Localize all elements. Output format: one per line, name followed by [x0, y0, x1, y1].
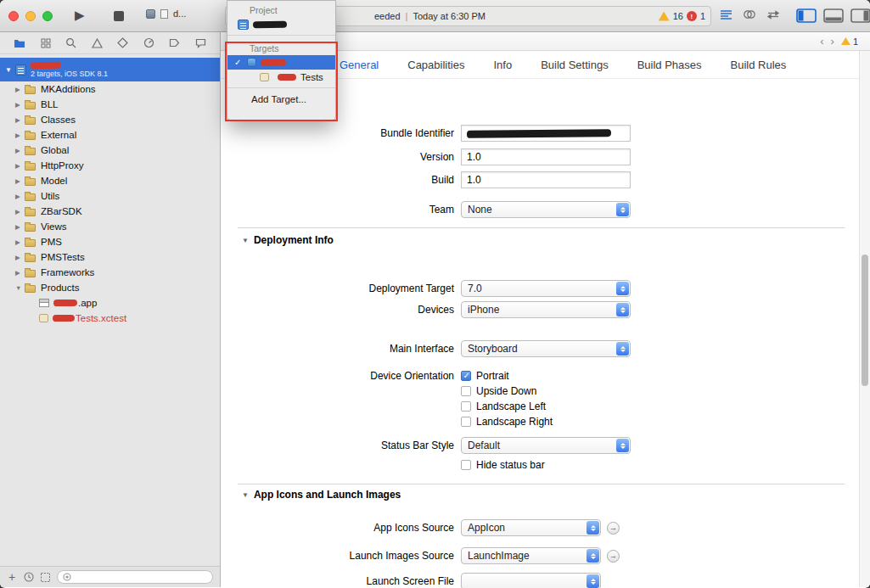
search-navigator-icon[interactable] — [65, 37, 76, 48]
sidebar-item-products[interactable]: ▼Products — [0, 280, 220, 295]
app-icons-header[interactable]: ▼ App Icons and Launch Images — [242, 489, 401, 501]
sidebar-item-zbarsdk[interactable]: ▶ZBarSDK — [0, 204, 220, 219]
sidebar-item-model[interactable]: ▶Model — [0, 173, 220, 188]
scrollbar-track[interactable] — [859, 51, 870, 587]
disclosure-right-icon[interactable]: ▶ — [15, 177, 25, 185]
jumpbar-warning[interactable]: 1 — [841, 36, 858, 47]
sidebar-item-pmstests[interactable]: ▶PMSTests — [0, 249, 220, 265]
project-root-row[interactable]: ▼ 2 targets, iOS SDK 8.1 — [0, 58, 220, 81]
warning-icon[interactable] — [659, 12, 670, 21]
disclosure-right-icon[interactable]: ▶ — [15, 193, 25, 200]
sidebar-item-frameworks[interactable]: ▶Frameworks — [0, 265, 220, 280]
disclosure-right-icon[interactable]: ▶ — [15, 132, 25, 139]
checkbox-hide-status-bar[interactable] — [461, 460, 471, 470]
launch-images-source-popup[interactable]: LaunchImage — [461, 547, 601, 564]
disclosure-down-icon[interactable]: ▼ — [242, 491, 249, 499]
test-navigator-icon[interactable] — [117, 37, 128, 48]
close-window-button[interactable] — [8, 11, 19, 21]
zoom-window-button[interactable] — [42, 11, 53, 21]
project-navigator-icon[interactable] — [14, 38, 25, 48]
sidebar-item-bll[interactable]: ▶BLL — [0, 97, 220, 112]
checkmark-icon: ✓ — [234, 58, 243, 67]
scheme-selector[interactable]: d... — [146, 8, 186, 19]
deployment-info-header[interactable]: ▼ Deployment Info — [242, 234, 334, 246]
main-interface-popup[interactable]: Storyboard — [461, 340, 631, 357]
checkbox-portrait[interactable] — [461, 371, 471, 381]
report-navigator-icon[interactable] — [195, 38, 206, 48]
launch-images-arrow-button[interactable]: → — [607, 550, 620, 563]
popover-target-tests[interactable]: Tests — [227, 70, 335, 84]
sidebar-item-global[interactable]: ▶Global — [0, 143, 220, 158]
app-icons-arrow-button[interactable]: → — [607, 522, 620, 535]
navigator-toggle-icon[interactable] — [796, 8, 817, 23]
warning-count[interactable]: 16 — [673, 11, 683, 21]
popover-target-app[interactable]: ✓ — [227, 55, 335, 70]
debug-navigator-icon[interactable] — [143, 37, 154, 48]
tab-build-phases[interactable]: Build Phases — [637, 59, 702, 71]
sidebar-item-httpproxy[interactable]: ▶HttpProxy — [0, 158, 220, 173]
forward-chevron-icon[interactable]: › — [831, 35, 834, 48]
assistant-editor-icon[interactable] — [743, 9, 756, 20]
bundle-identifier-field[interactable] — [461, 125, 631, 142]
disclosure-down-icon[interactable]: ▼ — [15, 284, 25, 292]
tab-info[interactable]: Info — [493, 59, 512, 71]
sidebar-item-app-product[interactable]: .app — [0, 295, 220, 311]
issue-navigator-icon[interactable] — [92, 38, 103, 48]
disclosure-down-icon[interactable]: ▼ — [5, 66, 15, 74]
sidebar-item-mkadditions[interactable]: ▶MKAdditions — [0, 81, 220, 97]
devices-popup[interactable]: iPhone — [461, 301, 631, 318]
add-target-item[interactable]: Add Target... — [227, 92, 335, 107]
tab-build-rules[interactable]: Build Rules — [731, 59, 787, 71]
scrollbar-thumb[interactable] — [862, 255, 868, 386]
tab-build-settings[interactable]: Build Settings — [541, 59, 609, 71]
sidebar-item-utils[interactable]: ▶Utils — [0, 188, 220, 204]
breakpoint-navigator-icon[interactable] — [169, 38, 180, 48]
disclosure-right-icon[interactable]: ▶ — [15, 86, 25, 93]
disclosure-right-icon[interactable]: ▶ — [15, 238, 25, 246]
utilities-toggle-icon[interactable] — [850, 8, 870, 23]
disclosure-right-icon[interactable]: ▶ — [15, 147, 25, 154]
tab-general[interactable]: General — [340, 59, 379, 71]
error-count[interactable]: 1 — [700, 11, 705, 21]
checkbox-landscape-left[interactable] — [461, 401, 471, 412]
checkbox-upside-down[interactable] — [461, 386, 471, 396]
minimize-window-button[interactable] — [25, 11, 36, 21]
sidebar-item-views[interactable]: ▶Views — [0, 219, 220, 234]
recent-files-icon[interactable] — [24, 572, 34, 582]
checkbox-landscape-right[interactable] — [461, 417, 471, 427]
add-button[interactable]: + — [7, 570, 17, 584]
launch-screen-file-popup[interactable] — [461, 573, 601, 588]
disclosure-right-icon[interactable]: ▶ — [15, 162, 25, 170]
upside-down-label: Upside Down — [476, 385, 536, 397]
symbol-navigator-icon[interactable] — [41, 38, 51, 48]
sidebar-item-classes[interactable]: ▶Classes — [0, 112, 220, 127]
version-editor-icon[interactable] — [766, 10, 780, 20]
error-icon[interactable]: ! — [687, 11, 697, 21]
run-button[interactable]: ▶ — [75, 8, 85, 23]
disclosure-right-icon[interactable]: ▶ — [15, 223, 25, 231]
app-icons-source-popup[interactable]: AppIcon — [461, 519, 601, 536]
team-popup[interactable]: None — [461, 201, 631, 218]
disclosure-down-icon[interactable]: ▼ — [242, 237, 249, 244]
standard-editor-icon[interactable] — [720, 9, 732, 20]
disclosure-right-icon[interactable]: ▶ — [15, 254, 25, 261]
disclosure-right-icon[interactable]: ▶ — [15, 208, 25, 216]
sidebar-item-xctest-product[interactable]: Tests.xctest — [0, 311, 220, 326]
status-bar-style-popup[interactable]: Default — [461, 437, 631, 454]
popover-project-item[interactable] — [227, 17, 335, 31]
scm-status-icon[interactable] — [41, 573, 50, 582]
disclosure-right-icon[interactable]: ▶ — [15, 101, 25, 109]
sidebar-item-pms[interactable]: ▶PMS — [0, 234, 220, 249]
stop-button[interactable] — [114, 11, 124, 21]
sidebar-item-external[interactable]: ▶External — [0, 127, 220, 143]
disclosure-right-icon[interactable]: ▶ — [15, 269, 25, 277]
version-field[interactable]: 1.0 — [461, 148, 631, 165]
back-chevron-icon[interactable]: ‹ — [820, 35, 823, 48]
disclosure-right-icon[interactable]: ▶ — [15, 116, 25, 124]
filter-input[interactable] — [57, 570, 213, 584]
deployment-target-popup[interactable]: 7.0 — [461, 280, 631, 297]
popup-stepper-icon — [616, 439, 629, 452]
tab-capabilities[interactable]: Capabilities — [407, 59, 464, 71]
debug-area-toggle-icon[interactable] — [823, 8, 844, 23]
build-field[interactable]: 1.0 — [461, 171, 631, 188]
